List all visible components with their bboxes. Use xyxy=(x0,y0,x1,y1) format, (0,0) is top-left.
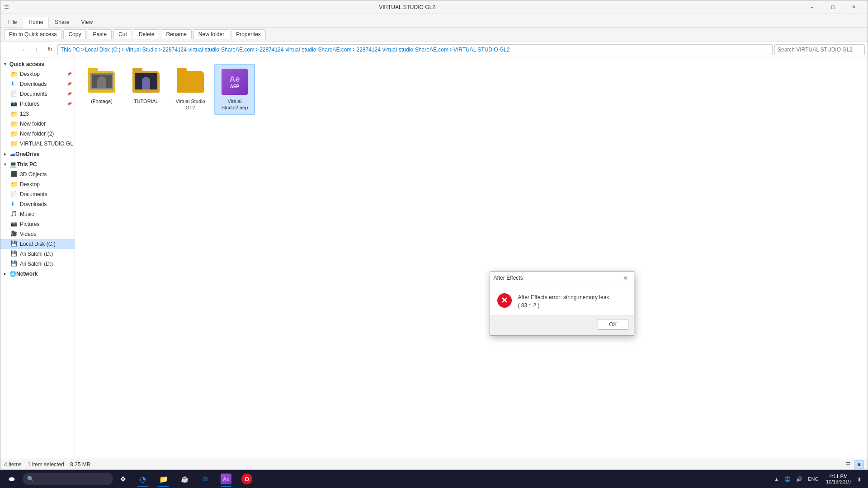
file-item-aep[interactable]: Ae AEP Virtual Studio2.aep xyxy=(214,64,255,115)
sidebar-item-ali-salehi-d2[interactable]: 💾 Ali Salehi (D:) xyxy=(0,259,75,269)
dialog-title: After Effects xyxy=(494,275,621,281)
sidebar-item-label: Downloads xyxy=(20,201,47,207)
large-icon-view-button[interactable]: ■ xyxy=(854,460,864,469)
sidebar-quick-access-header[interactable]: ▼ Quick access xyxy=(0,59,75,69)
quick-access-expand-icon: ▼ xyxy=(3,62,8,66)
taskbar-file-explorer[interactable]: 📁 xyxy=(154,471,174,487)
new-folder-btn[interactable]: New folder xyxy=(193,29,229,39)
path-share2[interactable]: 22874124-virtual-studio-ShareAE.com xyxy=(259,47,351,53)
sidebar-onedrive-header[interactable]: ► ☁ OneDrive xyxy=(0,149,75,159)
sidebar-item-documents-qa[interactable]: 📄 Documents 📌 xyxy=(0,89,75,99)
sidebar-item-desktop-qa[interactable]: 📁 Desktop 📌 xyxy=(0,69,75,79)
dialog-body: ✕ After Effects error: string memory lea… xyxy=(490,285,634,315)
minimize-button[interactable]: − xyxy=(802,0,822,14)
taskbar-after-effects[interactable]: Ae xyxy=(216,471,236,487)
tray-expand[interactable]: ▲ xyxy=(772,470,781,488)
sidebar-item-pictures-qa[interactable]: 📷 Pictures 📌 xyxy=(0,99,75,109)
sidebar-item-local-disk-c[interactable]: 💾 Local Disk (C:) xyxy=(0,239,75,249)
tab-share[interactable]: Share xyxy=(49,17,75,27)
computer-icon: 💻 xyxy=(9,161,17,168)
sidebar-item-label: Documents xyxy=(20,191,47,197)
address-path[interactable]: This PC > Local Disk (C:) > Virtual Stud… xyxy=(57,44,773,55)
sidebar-item-videos[interactable]: 🎥 Videos xyxy=(0,229,75,239)
taskbar-opera[interactable]: O xyxy=(237,471,257,487)
path-share3[interactable]: 22874124-virtual-studio-ShareAE.com xyxy=(357,47,448,53)
up-button[interactable]: ↑ xyxy=(30,44,42,55)
rename-btn[interactable]: Rename xyxy=(161,29,191,39)
tray-network[interactable]: 🌐 xyxy=(783,470,793,488)
tab-view[interactable]: View xyxy=(75,17,99,27)
tab-file[interactable]: File xyxy=(2,17,23,27)
task-view-button[interactable]: ❖ xyxy=(114,471,132,487)
sidebar-item-label: Pictures xyxy=(20,221,39,227)
virtual-studio-filename: Virtual Studio GL2 xyxy=(173,98,208,111)
sidebar-item-pictures-pc[interactable]: 📷 Pictures xyxy=(0,219,75,229)
path-this-pc[interactable]: This PC xyxy=(61,47,80,53)
sidebar-item-123[interactable]: 📁 123 xyxy=(0,109,75,119)
sidebar-item-new-folder[interactable]: 📁 New folder xyxy=(0,119,75,129)
restore-button[interactable]: ◻ xyxy=(822,0,843,14)
sidebar-item-downloads-qa[interactable]: ⬇ Downloads 📌 xyxy=(0,79,75,89)
taskbar-mail[interactable]: ✉ xyxy=(195,471,215,487)
sidebar-item-downloads-pc[interactable]: ⬇ Downloads xyxy=(0,199,75,209)
disk-icon: 💾 xyxy=(10,240,18,248)
sidebar-item-label: VIRTUAL STUDIO GL xyxy=(20,141,73,147)
tab-home[interactable]: Home xyxy=(23,17,49,28)
tray-volume[interactable]: 🔊 xyxy=(794,470,804,488)
file-explorer-window: ☰ VIRTUAL STUDIO GL2 − ◻ ✕ File Home Sha… xyxy=(0,0,868,470)
file-item-tutorial[interactable]: TUTORIAL xyxy=(126,64,166,115)
tray-language[interactable]: ENG xyxy=(806,470,821,488)
start-button[interactable]: ⬬ xyxy=(2,471,22,487)
dialog-ok-button[interactable]: OK xyxy=(598,319,628,330)
path-virtual-studio[interactable]: Virtual Studio xyxy=(125,47,157,53)
sidebar-item-ali-salehi-d[interactable]: 💾 Ali Salehi (D:) xyxy=(0,249,75,259)
dialog-close-button[interactable]: ✕ xyxy=(621,273,630,282)
ribbon-tabs: File Home Share View xyxy=(0,14,868,28)
details-view-button[interactable]: ☰ xyxy=(843,460,853,469)
window-title: VIRTUAL STUDIO GL2 xyxy=(13,4,802,10)
refresh-button[interactable]: ↻ xyxy=(44,44,56,55)
path-local-disk[interactable]: Local Disk (C:) xyxy=(85,47,121,53)
ribbon-menu-icon[interactable]: ☰ xyxy=(4,4,9,10)
properties-btn[interactable]: Properties xyxy=(231,29,266,39)
path-current[interactable]: VIRTUAL STUDIO GL2 xyxy=(453,47,510,53)
dialog-title-bar: After Effects ✕ xyxy=(490,272,634,285)
copy-btn[interactable]: Copy xyxy=(63,29,86,39)
sidebar-item-label: Desktop xyxy=(20,71,40,77)
sidebar-item-desktop-pc[interactable]: 📁 Desktop xyxy=(0,179,75,189)
sidebar-item-label: Ali Salehi (D:) xyxy=(20,251,53,257)
edge-icon: ◔ xyxy=(140,475,146,483)
show-desktop[interactable]: ▮ xyxy=(856,470,863,488)
sidebar-item-3d-objects[interactable]: ⬛ 3D Objects xyxy=(0,169,75,179)
aep-label: AEP xyxy=(230,84,240,89)
sidebar-item-music[interactable]: 🎵 Music xyxy=(0,209,75,219)
search-input[interactable] xyxy=(774,44,865,55)
content-area[interactable]: (Footage) xyxy=(75,57,868,459)
download-icon: ⬇ xyxy=(10,80,18,88)
file-item-virtual-studio[interactable]: Virtual Studio GL2 xyxy=(170,64,211,115)
folder-icon: 📁 xyxy=(10,70,18,78)
sidebar-item-documents-pc[interactable]: 📄 Documents xyxy=(0,189,75,199)
forward-button[interactable]: → xyxy=(17,44,28,55)
taskbar-store[interactable]: ☕ xyxy=(175,471,194,487)
file-item-footage[interactable]: (Footage) xyxy=(81,64,122,115)
paste-btn[interactable]: Paste xyxy=(88,29,112,39)
taskbar-clock[interactable]: 4:11 PM 10/13/2019 xyxy=(822,470,854,488)
taskbar-search[interactable]: 🔍 xyxy=(23,473,113,485)
document-icon: 📄 xyxy=(10,191,18,198)
taskbar: ⬬ 🔍 ❖ ◔ 📁 ☕ ✉ Ae O ▲ 🌐 🔊 ENG 4:11 PM 10/… xyxy=(0,470,868,488)
sidebar-item-virtual-studio-gl[interactable]: 📁 VIRTUAL STUDIO GL xyxy=(0,139,75,149)
sidebar-item-new-folder-2[interactable]: 📁 New folder (2) xyxy=(0,129,75,139)
sidebar-this-pc-header[interactable]: ▼ 💻 This PC xyxy=(0,159,75,169)
footage-icon-wrapper xyxy=(87,67,116,96)
delete-btn[interactable]: Delete xyxy=(134,29,160,39)
sidebar-network-header[interactable]: ► 🌐 Network xyxy=(0,269,75,279)
pin-quick-access-btn[interactable]: Pin to Quick access xyxy=(4,29,61,39)
path-share1[interactable]: 22874124-virtual-studio-ShareAE.com xyxy=(163,47,255,53)
folder-icon: 📁 xyxy=(10,120,18,127)
back-button[interactable]: ← xyxy=(3,44,15,55)
taskbar-edge[interactable]: ◔ xyxy=(133,471,153,487)
close-button[interactable]: ✕ xyxy=(843,0,864,14)
modal-overlay: After Effects ✕ ✕ After Effects error: s… xyxy=(75,57,868,459)
cut-btn[interactable]: Cut xyxy=(113,29,132,39)
